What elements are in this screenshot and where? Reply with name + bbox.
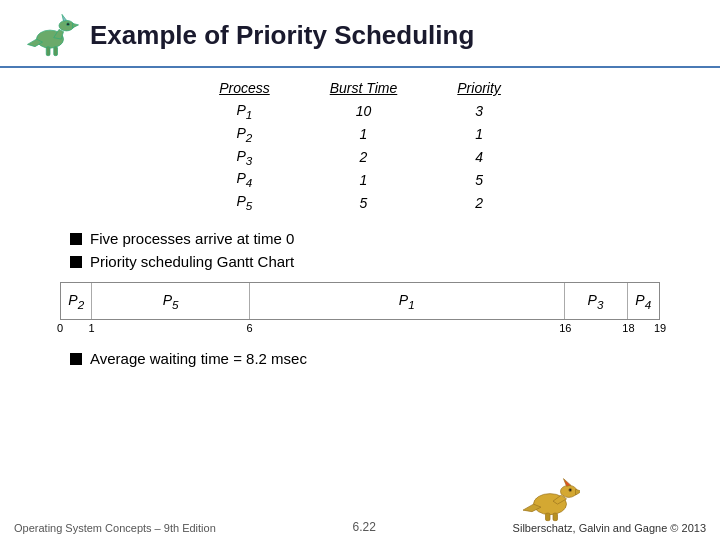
svg-rect-6 [54,47,58,56]
svg-point-15 [569,488,572,491]
table-cell-3-0: P4 [189,168,300,191]
table-cell-4-2: 2 [427,191,531,214]
footer-right: Silberschatz, Galvin and Gagne © 2013 [513,522,706,534]
page-title: Example of Priority Scheduling [90,20,474,51]
svg-marker-14 [564,479,572,487]
footer-left: Operating System Concepts – 9th Edition [14,522,216,534]
bullet-list: Five processes arrive at time 0 Priority… [70,230,650,270]
gantt-bar-p2: P2 [61,283,92,319]
table-cell-3-1: 1 [300,168,428,191]
dino-left-icon [20,10,80,60]
process-table: Process Burst Time Priority P1103P211P32… [189,78,531,214]
main-content: Process Burst Time Priority P1103P211P32… [0,78,720,367]
svg-point-10 [561,485,578,497]
footer-center: 6.22 [353,520,376,534]
table-cell-3-2: 5 [427,168,531,191]
col-header-priority: Priority [427,78,531,100]
table-cell-0-1: 10 [300,100,428,123]
gantt-bar-p5: P5 [92,283,249,319]
table-cell-1-2: 1 [427,123,531,146]
gantt-bar-p4: P4 [628,283,659,319]
bullet-icon-3 [70,353,82,365]
gantt-bar-p3: P3 [565,283,628,319]
gantt-tick-16: 16 [559,322,571,334]
bullet-item-2: Priority scheduling Gantt Chart [70,253,650,270]
table-cell-2-2: 4 [427,146,531,169]
table-cell-0-0: P1 [189,100,300,123]
dino-right-icon [520,472,580,522]
table-cell-1-1: 1 [300,123,428,146]
gantt-bar-container: P2P5P1P3P4 [60,282,660,320]
svg-point-7 [67,23,70,26]
gantt-chart: P2P5P1P3P4 016161819 [60,282,660,340]
col-header-process: Process [189,78,300,100]
table-cell-1-0: P2 [189,123,300,146]
table-cell-2-1: 2 [300,146,428,169]
table-cell-4-1: 5 [300,191,428,214]
svg-point-1 [59,20,74,31]
col-header-burst: Burst Time [300,78,428,100]
table-cell-4-0: P5 [189,191,300,214]
gantt-tick-1: 1 [88,322,94,334]
bullet-item-1: Five processes arrive at time 0 [70,230,650,247]
bullet-icon-2 [70,256,82,268]
table-cell-2-0: P3 [189,146,300,169]
avg-waiting-item: Average waiting time = 8.2 msec [70,350,650,367]
svg-rect-5 [46,47,50,56]
footer: Operating System Concepts – 9th Edition … [0,520,720,534]
svg-marker-2 [73,23,79,28]
gantt-tick-0: 0 [57,322,63,334]
gantt-tick-18: 18 [622,322,634,334]
svg-marker-12 [576,489,581,495]
svg-marker-8 [62,14,67,21]
page-header: Example of Priority Scheduling [0,0,720,68]
gantt-bar-p1: P1 [250,283,565,319]
gantt-labels: 016161819 [60,322,660,340]
gantt-tick-6: 6 [246,322,252,334]
bullet-icon-1 [70,233,82,245]
avg-waiting-list: Average waiting time = 8.2 msec [70,350,650,367]
gantt-tick-19: 19 [654,322,666,334]
table-cell-0-2: 3 [427,100,531,123]
